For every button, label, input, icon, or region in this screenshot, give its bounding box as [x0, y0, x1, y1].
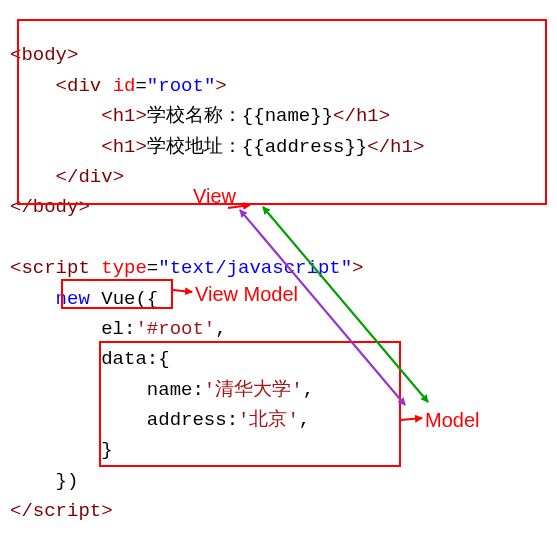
line-script-open: <script type="text/javascript"> [10, 257, 364, 279]
line-el: el:'#root', [101, 318, 226, 340]
code-diagram: <body> <div id="root"> <h1>学校名称：{{name}}… [10, 10, 547, 551]
arrow-vm-label [173, 290, 192, 292]
line-name: name:'清华大学', [147, 379, 314, 401]
line-h1-address: <h1>学校地址：{{address}}</h1> [101, 136, 424, 158]
arrow-model-label [401, 418, 422, 420]
line-div-close: </div> [56, 166, 124, 188]
line-body-close: </body> [10, 196, 90, 218]
line-body-open: <body> [10, 44, 78, 66]
line-address: address:'北京', [147, 409, 310, 431]
line-div-open: <div id="root"> [56, 75, 227, 97]
view-model-label: View Model [195, 278, 298, 310]
line-new-vue: new Vue({ [56, 288, 159, 310]
line-h1-name: <h1>学校名称：{{name}}</h1> [101, 105, 390, 127]
view-label: View [193, 180, 236, 212]
line-vue-close: }) [56, 470, 79, 492]
line-data-open: data:{ [101, 348, 169, 370]
line-script-close: </script> [10, 500, 113, 522]
model-label: Model [425, 404, 479, 436]
line-data-close: } [101, 439, 112, 461]
